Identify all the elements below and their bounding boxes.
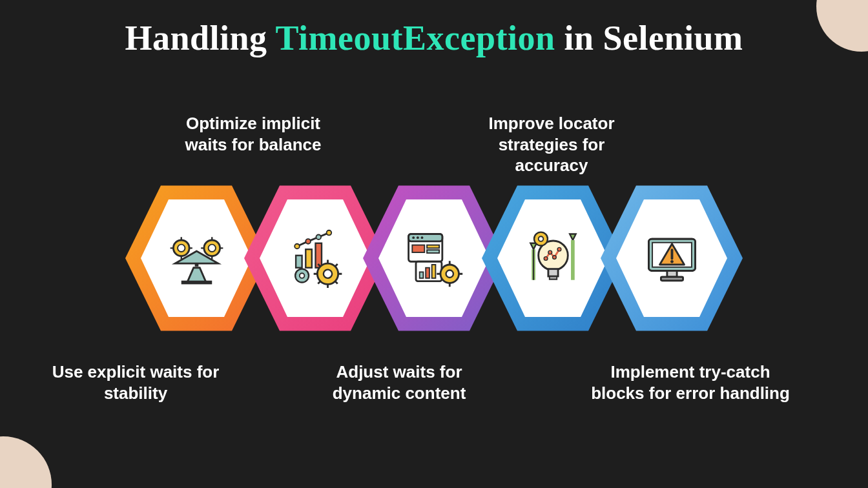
svg-marker-56 <box>570 234 576 240</box>
svg-rect-45 <box>426 267 429 278</box>
svg-point-38 <box>416 236 418 239</box>
item-label-5: Implement try-catch blocks for error han… <box>584 361 797 403</box>
svg-rect-3 <box>181 280 212 284</box>
svg-point-66 <box>538 236 543 241</box>
svg-rect-71 <box>661 277 683 281</box>
title-prefix: Handling <box>125 19 275 57</box>
svg-line-31 <box>318 281 320 283</box>
monitor-warning-icon <box>641 228 703 289</box>
svg-point-24 <box>323 269 331 278</box>
title-suffix: in Selenium <box>555 19 743 57</box>
svg-rect-46 <box>431 265 435 278</box>
svg-point-37 <box>412 236 415 239</box>
svg-rect-44 <box>419 272 423 278</box>
hexagon-5 <box>601 178 743 339</box>
item-label-3: Adjust waits for dynamic content <box>315 361 483 403</box>
svg-point-34 <box>299 273 304 278</box>
svg-point-74 <box>670 259 674 263</box>
svg-point-22 <box>326 230 331 235</box>
svg-rect-16 <box>296 255 302 267</box>
svg-rect-59 <box>548 269 557 276</box>
svg-rect-42 <box>427 250 439 253</box>
item-label-4: Improve locator strategies for accuracy <box>468 113 636 176</box>
svg-line-30 <box>335 264 337 267</box>
svg-point-21 <box>316 234 321 239</box>
analytics-gears-icon <box>285 228 346 289</box>
item-label-2: Optimize implicit waits for balance <box>169 113 337 155</box>
svg-point-7 <box>208 244 215 251</box>
svg-point-62 <box>548 250 552 254</box>
svg-line-32 <box>335 281 337 283</box>
item-label-1: Use explicit waits for stability <box>52 361 220 403</box>
svg-point-20 <box>305 239 311 244</box>
svg-marker-2 <box>187 267 206 281</box>
svg-point-48 <box>446 270 453 277</box>
hexagon-diagram: Optimize implicit waits for balance Impr… <box>0 103 868 465</box>
svg-point-5 <box>178 244 185 251</box>
svg-point-61 <box>544 256 548 260</box>
balance-scale-icon <box>166 228 227 289</box>
svg-rect-41 <box>427 245 439 248</box>
title-highlight: TimeoutException <box>276 19 555 57</box>
page-title: Handling TimeoutException in Selenium <box>0 18 868 58</box>
svg-point-19 <box>294 243 300 249</box>
hexagon-row <box>137 178 731 339</box>
svg-rect-60 <box>549 276 556 280</box>
svg-rect-17 <box>305 249 312 268</box>
idea-growth-icon <box>522 228 584 289</box>
svg-rect-40 <box>412 245 424 252</box>
svg-point-63 <box>552 255 556 259</box>
svg-point-39 <box>420 236 423 239</box>
svg-point-64 <box>557 247 561 251</box>
dashboard-browser-icon <box>404 228 465 289</box>
